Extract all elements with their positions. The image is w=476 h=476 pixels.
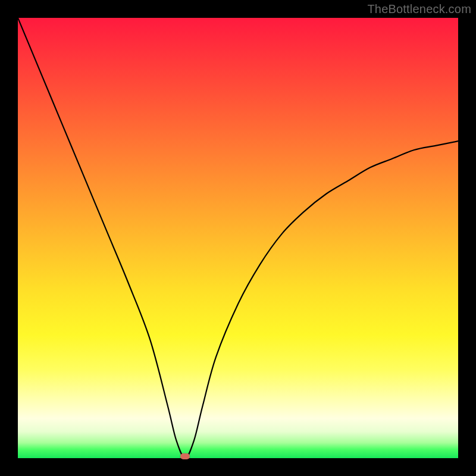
bottleneck-curve [18, 18, 458, 458]
minimum-marker [180, 453, 190, 459]
plot-area [18, 18, 458, 458]
chart-frame: TheBottleneck.com [0, 0, 476, 476]
attribution-label: TheBottleneck.com [367, 2, 471, 16]
